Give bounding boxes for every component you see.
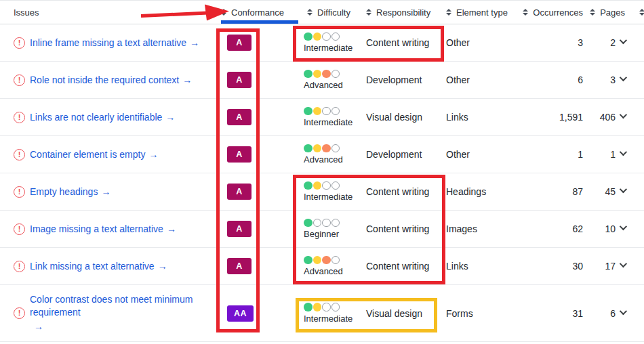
- column-header-label: Element type: [456, 7, 508, 18]
- element-type-cell: Headings: [441, 173, 515, 210]
- table-row: ! Color contrast does not meet minimum r…: [0, 285, 644, 342]
- difficulty-dot: [304, 256, 313, 265]
- table-row: ! Inline frame missing a text alternativ…: [0, 24, 644, 62]
- sort-arrows-icon[interactable]: [523, 9, 528, 16]
- difficulty-dot: [313, 219, 322, 228]
- column-header-label: Pages: [600, 7, 625, 18]
- error-circle-icon: !: [14, 149, 25, 160]
- pages-cell[interactable]: 17: [584, 248, 627, 284]
- column-header-difficulty[interactable]: Difficulty: [302, 1, 359, 24]
- right-arrow-icon: →: [165, 112, 175, 123]
- issue-link[interactable]: Link missing a text alternative→: [30, 260, 167, 273]
- sort-arrows-icon[interactable]: [307, 9, 313, 16]
- spacer-cell: [627, 173, 644, 210]
- occurrences-cell: 1,591: [515, 99, 584, 135]
- issue-link[interactable]: Links are not clearly identifiable→: [30, 111, 175, 124]
- column-header-pages[interactable]: Pages: [584, 1, 627, 24]
- element-type-cell: Other: [441, 136, 515, 173]
- difficulty-dots-icon: [304, 107, 353, 116]
- issue-link[interactable]: Empty headings→: [30, 186, 110, 198]
- difficulty-dot: [304, 107, 313, 116]
- difficulty-dots-icon: [304, 144, 343, 153]
- issue-cell: ! Link missing a text alternative→: [0, 248, 217, 284]
- conformance-badge: A: [227, 258, 251, 274]
- table-row: ! Image missing a text alternative→ A Be…: [0, 211, 644, 248]
- difficulty-label: Advanced: [304, 80, 343, 90]
- pages-cell[interactable]: 1: [584, 136, 627, 173]
- difficulty-cell: Advanced: [302, 62, 359, 98]
- difficulty-dot: [322, 144, 331, 153]
- issue-link[interactable]: Role not inside the required context→: [30, 74, 192, 87]
- issue-link[interactable]: Color contrast does not meet minimum req…: [30, 293, 217, 333]
- difficulty-dots-icon: [304, 33, 353, 41]
- table-body: ! Inline frame missing a text alternativ…: [0, 24, 644, 342]
- chevron-down-icon[interactable]: [620, 223, 627, 230]
- conformance-badge: A: [227, 109, 251, 125]
- pages-cell[interactable]: 3: [584, 62, 627, 98]
- chevron-down-icon[interactable]: [620, 186, 627, 193]
- pages-cell[interactable]: 2: [584, 24, 627, 61]
- difficulty-dot: [304, 181, 313, 190]
- difficulty-dot: [313, 107, 322, 116]
- table-row: ! Links are not clearly identifiable→ A …: [0, 99, 644, 136]
- error-circle-icon: !: [14, 223, 25, 235]
- difficulty-dot: [331, 303, 340, 311]
- difficulty-label: Advanced: [304, 154, 343, 165]
- responsibility-cell: Development: [359, 62, 441, 98]
- sort-arrows-icon[interactable]: [221, 9, 226, 16]
- chevron-down-icon[interactable]: [620, 37, 627, 44]
- issue-link[interactable]: Container element is empty→: [30, 148, 158, 161]
- conformance-badge: A: [227, 35, 251, 51]
- occurrences-cell: 1: [515, 136, 584, 173]
- issues-table: Issues Conformance Difficulty Responsibi…: [0, 0, 644, 342]
- column-header-conformance[interactable]: Conformance: [217, 1, 302, 24]
- column-header-label: Occurrences: [533, 7, 583, 18]
- issue-link[interactable]: Image missing a text alternative→: [30, 223, 176, 236]
- difficulty-dot: [322, 70, 331, 79]
- difficulty-cell: Beginner: [302, 211, 359, 247]
- difficulty-dot: [331, 256, 340, 265]
- occurrences-cell: 3: [515, 24, 584, 61]
- difficulty-dot: [331, 107, 340, 116]
- difficulty-dot: [331, 181, 340, 190]
- issue-link[interactable]: Inline frame missing a text alternative→: [30, 37, 199, 49]
- difficulty-dot: [304, 33, 313, 41]
- right-arrow-icon: →: [34, 320, 217, 333]
- column-header-element-type[interactable]: Element type: [441, 1, 515, 24]
- occurrences-cell: 30: [515, 248, 584, 284]
- sort-arrows-icon[interactable]: [446, 9, 451, 16]
- sort-arrows-icon: [639, 9, 644, 16]
- difficulty-dots-icon: [304, 303, 353, 311]
- chevron-down-icon[interactable]: [620, 111, 627, 119]
- difficulty-dots-icon: [304, 70, 343, 79]
- difficulty-dot: [313, 181, 322, 190]
- pages-cell[interactable]: 406: [584, 99, 627, 135]
- column-header-occurrences[interactable]: Occurrences: [515, 1, 584, 24]
- error-circle-icon: !: [14, 307, 25, 319]
- sort-arrows-icon[interactable]: [366, 9, 371, 16]
- difficulty-dot: [313, 33, 322, 41]
- difficulty-cell: Intermediate: [302, 285, 359, 341]
- chevron-down-icon[interactable]: [620, 74, 627, 81]
- chevron-down-icon[interactable]: [620, 307, 627, 314]
- right-arrow-icon: →: [148, 149, 158, 160]
- difficulty-cell: Advanced: [302, 248, 359, 284]
- sort-arrows-icon[interactable]: [590, 9, 595, 16]
- difficulty-cell: Intermediate: [302, 99, 359, 135]
- occurrences-cell: 31: [515, 285, 584, 341]
- pages-cell[interactable]: 10: [584, 211, 627, 247]
- chevron-down-icon[interactable]: [620, 260, 627, 267]
- conformance-badge: A: [227, 72, 251, 88]
- table-row: ! Role not inside the required context→ …: [0, 62, 644, 99]
- issue-cell: ! Links are not clearly identifiable→: [0, 99, 217, 135]
- right-arrow-icon: →: [190, 37, 199, 48]
- pages-cell[interactable]: 6: [584, 285, 627, 341]
- pages-cell[interactable]: 45: [584, 173, 627, 210]
- chevron-down-icon[interactable]: [620, 148, 627, 156]
- difficulty-dot: [313, 144, 322, 153]
- difficulty-dot: [322, 107, 331, 116]
- column-header-responsibility[interactable]: Responsibility: [359, 1, 441, 24]
- column-header-issues: Issues: [0, 1, 217, 24]
- conformance-badge: A: [227, 146, 251, 163]
- responsibility-cell: Content writing: [359, 24, 441, 61]
